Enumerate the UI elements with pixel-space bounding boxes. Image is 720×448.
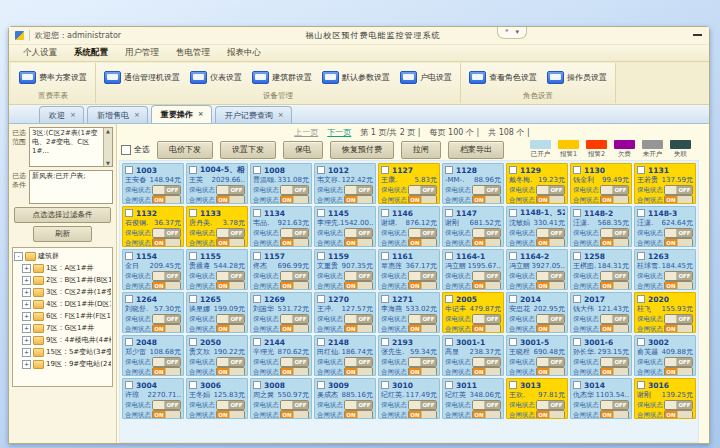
switch-status-toggle[interactable]: ON — [280, 281, 309, 290]
supply-status-toggle[interactable]: OFF — [344, 357, 373, 367]
card-checkbox[interactable] — [509, 209, 517, 217]
menu-item[interactable]: 用户管理 — [125, 47, 159, 59]
card-checkbox[interactable] — [253, 209, 261, 217]
card-checkbox[interactable] — [253, 166, 261, 174]
card-checkbox[interactable] — [381, 295, 389, 303]
card-checkbox[interactable] — [189, 209, 197, 217]
supply-status-toggle[interactable]: OFF — [472, 185, 501, 195]
switch-status-toggle[interactable]: ON — [152, 195, 181, 204]
supply-status-toggle[interactable]: OFF — [280, 314, 309, 324]
tree-node[interactable]: 19区：9#变电站(2#... — [14, 358, 111, 370]
switch-status-toggle[interactable]: ON — [472, 195, 501, 204]
card-checkbox[interactable] — [125, 295, 133, 303]
card-checkbox[interactable] — [381, 209, 389, 217]
card-checkbox[interactable] — [125, 252, 133, 260]
supply-status-toggle[interactable]: OFF — [472, 228, 501, 238]
action-button[interactable]: 档案导出 — [448, 141, 504, 159]
tree-node[interactable]: 4区：D区1#井(D区1... — [14, 298, 111, 310]
switch-status-toggle[interactable]: ON — [408, 410, 437, 419]
ribbon-button[interactable]: 通信管理机设置 — [99, 64, 185, 90]
scroll-down-icon[interactable]: ▼ — [106, 160, 110, 167]
card-checkbox[interactable] — [573, 381, 581, 389]
menu-item[interactable]: 系统配置 — [74, 47, 108, 59]
supply-status-toggle[interactable]: OFF — [664, 271, 693, 281]
supply-status-toggle[interactable]: OFF — [664, 228, 693, 238]
chevron-down-icon[interactable]: ▾ — [516, 28, 520, 37]
tree-node[interactable]: 2区：B区1#井(B区1#... — [14, 274, 111, 286]
card-checkbox[interactable] — [317, 252, 325, 260]
switch-status-toggle[interactable]: ON — [472, 324, 501, 333]
card-checkbox[interactable] — [445, 166, 453, 174]
switch-status-toggle[interactable]: ON — [536, 367, 565, 376]
supply-status-toggle[interactable]: OFF — [600, 357, 629, 367]
switch-status-toggle[interactable]: ON — [664, 238, 693, 247]
switch-status-toggle[interactable]: ON — [536, 195, 565, 204]
supply-status-toggle[interactable]: OFF — [472, 357, 501, 367]
switch-status-toggle[interactable]: ON — [280, 324, 309, 333]
card-checkbox[interactable] — [125, 209, 133, 217]
expand-icon[interactable] — [22, 348, 31, 357]
ribbon-button[interactable]: 操作员设置 — [542, 64, 612, 90]
switch-status-toggle[interactable]: ON — [152, 281, 181, 290]
supply-status-toggle[interactable]: OFF — [216, 271, 245, 281]
switch-status-toggle[interactable]: ON — [344, 367, 373, 376]
switch-status-toggle[interactable]: ON — [600, 238, 629, 247]
supply-status-toggle[interactable]: OFF — [408, 185, 437, 195]
switch-status-toggle[interactable]: ON — [600, 195, 629, 204]
tree-node[interactable]: 9区：4#楼电井(4#楼... — [14, 334, 111, 346]
card-checkbox[interactable] — [445, 252, 453, 260]
switch-status-toggle[interactable]: ON — [408, 238, 437, 247]
supply-status-toggle[interactable]: OFF — [280, 185, 309, 195]
switch-status-toggle[interactable]: ON — [152, 324, 181, 333]
supply-status-toggle[interactable]: OFF — [280, 400, 309, 410]
card-checkbox[interactable] — [317, 209, 325, 217]
card-checkbox[interactable] — [637, 295, 645, 303]
supply-status-toggle[interactable]: OFF — [344, 228, 373, 238]
card-checkbox[interactable] — [317, 295, 325, 303]
card-checkbox[interactable] — [573, 209, 581, 217]
card-checkbox[interactable] — [189, 381, 197, 389]
card-checkbox[interactable] — [317, 381, 325, 389]
switch-status-toggle[interactable]: ON — [664, 324, 693, 333]
switch-status-toggle[interactable]: ON — [664, 410, 693, 419]
switch-status-toggle[interactable]: ON — [152, 367, 181, 376]
supply-status-toggle[interactable]: OFF — [280, 271, 309, 281]
expand-icon[interactable] — [22, 336, 31, 345]
switch-status-toggle[interactable]: ON — [216, 238, 245, 247]
menu-item[interactable]: 报表中心 — [227, 47, 261, 59]
card-checkbox[interactable] — [253, 381, 261, 389]
card-checkbox[interactable] — [637, 381, 645, 389]
supply-status-toggle[interactable]: OFF — [344, 314, 373, 324]
selected-scope-listbox[interactable]: 3区:(C区2#表(1#变电、2#变电、C区1#... ▲ ▼ — [29, 127, 113, 167]
supply-status-toggle[interactable]: OFF — [600, 271, 629, 281]
action-button[interactable]: 恢复预付费 — [330, 141, 394, 159]
switch-status-toggle[interactable]: ON — [280, 195, 309, 204]
switch-status-toggle[interactable]: ON — [600, 324, 629, 333]
selected-condition-box[interactable]: 新风表:已开户表; — [29, 170, 113, 204]
switch-status-toggle[interactable]: ON — [664, 195, 693, 204]
prev-page-link[interactable]: 上一页 — [294, 127, 318, 138]
supply-status-toggle[interactable]: OFF — [152, 314, 181, 324]
collapse-icon[interactable] — [14, 252, 23, 261]
tree-node[interactable]: 6区：F区1#井(F区1#... — [14, 310, 111, 322]
switch-status-toggle[interactable]: ON — [664, 367, 693, 376]
switch-status-toggle[interactable]: ON — [344, 324, 373, 333]
scroll-up-icon[interactable]: ▲ — [106, 128, 110, 135]
switch-status-toggle[interactable]: ON — [536, 238, 565, 247]
switch-status-toggle[interactable]: ON — [472, 367, 501, 376]
close-icon[interactable]: × — [70, 112, 76, 119]
document-tab[interactable]: 欢迎 × — [39, 106, 84, 123]
supply-status-toggle[interactable]: OFF — [536, 185, 565, 195]
supply-status-toggle[interactable]: OFF — [344, 400, 373, 410]
expand-icon[interactable] — [22, 360, 31, 369]
ribbon-button[interactable]: 默认参数设置 — [317, 64, 395, 90]
switch-status-toggle[interactable]: ON — [216, 410, 245, 419]
supply-status-toggle[interactable]: OFF — [536, 400, 565, 410]
switch-status-toggle[interactable]: ON — [408, 367, 437, 376]
pick-filter-button[interactable]: 点选选择过滤条件 — [14, 207, 112, 223]
supply-status-toggle[interactable]: OFF — [664, 314, 693, 324]
select-all-checkbox[interactable] — [121, 145, 131, 155]
supply-status-toggle[interactable]: OFF — [216, 400, 245, 410]
action-button[interactable]: 设置下发 — [220, 141, 276, 159]
ribbon-button[interactable]: 仪表设置 — [185, 64, 247, 90]
